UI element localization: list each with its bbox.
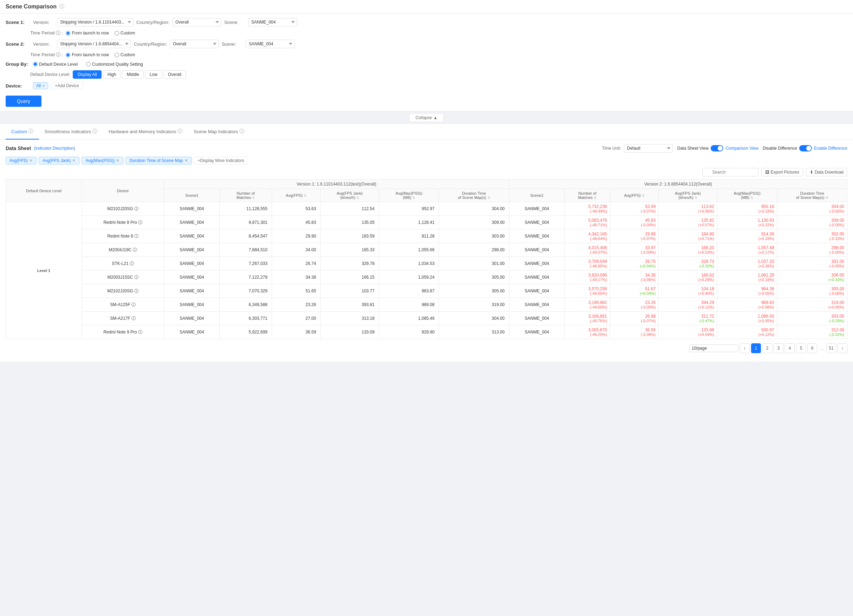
td-device: M2004J19C ⓘ (82, 243, 164, 257)
view-toggle[interactable] (711, 145, 723, 152)
page-2-btn[interactable]: 2 (762, 343, 772, 353)
level-overall-btn[interactable]: Overall (164, 70, 186, 79)
per-page-select[interactable]: 10/page (689, 344, 738, 352)
add-device-btn[interactable]: +Add Device (51, 82, 83, 89)
td-matches2: 3,166,861(-49.76%) (565, 312, 610, 325)
device-row: Device: All ✕ +Add Device (6, 82, 847, 89)
tab-custom-info[interactable]: ⓘ (29, 128, 33, 135)
col-device: Device (82, 179, 164, 202)
col-avg-max-pss2[interactable]: Avg(Max(PSS))(MB) ⇅ (717, 189, 777, 202)
page-4-btn[interactable]: 4 (785, 343, 795, 353)
scene1-scene-select[interactable]: SANME_004 (248, 18, 297, 26)
search-input[interactable] (702, 168, 759, 176)
td-avg-max-pss2: 1,061.29(+0.19%) (717, 270, 777, 284)
indicator-avg-max-pss-close[interactable]: ✕ (116, 158, 120, 163)
page-3-btn[interactable]: 3 (774, 343, 783, 353)
td-avg-fps-jank: 135.05 (320, 216, 379, 229)
td-avg-fps-jank: 165.33 (320, 243, 379, 257)
group-by-custom[interactable]: Customized Quality Setting (86, 62, 143, 67)
td-matches: 7,267,033 (220, 257, 272, 270)
scene1-version-select[interactable]: Shipping Version / 1.6.11014403... (57, 18, 134, 26)
export-pictures-btn[interactable]: 🖼 Export Pictures (761, 168, 803, 176)
col-avg-fps[interactable]: Avg(FPS) ⇅ (272, 189, 320, 202)
col-avg-fps2[interactable]: Avg(FPS) ⇅ (610, 189, 659, 202)
col-matches2[interactable]: Number ofMatches ⇅ (565, 189, 610, 202)
diff-toggle[interactable] (799, 145, 812, 152)
scene1-country-select[interactable]: Overall (172, 18, 222, 26)
scene2-country-label: Country/Region: (134, 41, 167, 47)
td-scene1: SANME_004 (164, 312, 220, 325)
scene2-radio-custom[interactable]: Custom (115, 52, 135, 57)
td-avg-fps-jank: 393.81 (320, 298, 379, 312)
page-prev-btn[interactable]: ‹ (740, 343, 750, 353)
scene2-version-select[interactable]: Shipping Version / 1.6.8854404... (57, 40, 131, 48)
table-row: SM-A217F ⓘSANME_0046,303,77127.00313.181… (6, 312, 847, 325)
pagination: 10/page ‹ 1 2 3 4 5 6 ... 51 › (6, 339, 847, 357)
td-avg-max-pss: 1,085.46 (379, 312, 439, 325)
config-panel: Scene 1: Version: Shipping Version / 1.6… (0, 14, 853, 111)
col-avg-fps-jank2[interactable]: Avg(FPS Jank)(times/h) ⇅ (659, 189, 717, 202)
indicator-avg-fps-close[interactable]: ✕ (29, 158, 33, 163)
td-scene2: SANME_004 (509, 312, 565, 325)
level-low-btn[interactable]: Low (145, 70, 162, 79)
td-device: SM-A217F ⓘ (82, 312, 164, 325)
tag-close-icon[interactable]: ✕ (42, 84, 45, 88)
page-51-btn[interactable]: 51 (826, 343, 836, 353)
level-middle-btn[interactable]: Middle (122, 70, 143, 79)
td-matches: 7,884,510 (220, 243, 272, 257)
page-1-btn[interactable]: 1 (751, 343, 761, 353)
query-button[interactable]: Query (6, 96, 41, 107)
enable-diff-label: Enable Difference (814, 146, 847, 151)
indicator-duration-close[interactable]: ✕ (185, 158, 188, 163)
tab-scene-map-info[interactable]: ⓘ (239, 128, 244, 135)
scene1-version-label: Version: (33, 20, 54, 25)
page-6-btn[interactable]: 6 (807, 343, 817, 353)
scene2-row: Scene 2: Version: Shipping Version / 1.6… (6, 40, 847, 48)
tab-hardware[interactable]: Hardware and Memory Indicators ⓘ (103, 124, 188, 140)
page-5-btn[interactable]: 5 (796, 343, 806, 353)
col-matches[interactable]: Number ofMatches ⇅ (220, 189, 272, 202)
td-avg-fps: 27.00 (272, 312, 320, 325)
td-avg-fps-jank: 183.59 (320, 229, 379, 243)
tab-scene-map[interactable]: Scene Map Indicators ⓘ (188, 124, 250, 140)
scene1-radio-launch[interactable]: From launch to now (66, 30, 109, 35)
td-matches2: 4,015,406(-49.07%) (565, 243, 610, 257)
scene1-radio-custom[interactable]: Custom (115, 30, 135, 35)
col-duration2[interactable]: Duration Timeof Scene Map(s) ⇅ (777, 189, 847, 202)
td-scene2: SANME_004 (509, 298, 565, 312)
td-scene1: SANME_004 (164, 298, 220, 312)
time-unit-select[interactable]: Default (624, 144, 673, 153)
td-matches2: 4,342,165(-48.64%) (565, 229, 610, 243)
scene2-country-select[interactable]: Overall (170, 40, 219, 48)
col-duration[interactable]: Duration Timeof Scene Map(s) ⇅ (439, 189, 509, 202)
td-scene2: SANME_004 (509, 202, 565, 216)
td-avg-fps-jank2: 311.72(-0.47%) (659, 312, 717, 325)
col-avg-fps-jank[interactable]: Avg(FPS Jank)(times/h) ⇅ (320, 189, 379, 202)
level-high-btn[interactable]: High (103, 70, 121, 79)
disable-diff-label: Disable Difference (763, 146, 797, 151)
tab-smoothness-info[interactable]: ⓘ (93, 128, 97, 135)
indicator-desc-link[interactable]: (Indicator Description) (34, 146, 75, 151)
indicator-avg-fps-jank-close[interactable]: ✕ (72, 158, 76, 163)
td-avg-fps: 26.74 (272, 257, 320, 270)
scene2-scene-select[interactable]: SANME_004 (246, 40, 295, 48)
level-display-all-btn[interactable]: Display All (73, 70, 101, 79)
collapse-btn[interactable]: Collapse ▲ (410, 114, 443, 122)
col-avg-max-pss[interactable]: Avg(Max(PSS))(MB) ⇅ (379, 189, 439, 202)
td-duration2: 309.00(-0.00%) (777, 216, 847, 229)
add-more-indicators-btn[interactable]: +Display More Indicators (194, 157, 248, 164)
table-row: SM-A125F ⓘSANME_0046,349,58823.26393.819… (6, 298, 847, 312)
table-row: Redmi Note 8 ⓘSANME_0048,454,54729.90183… (6, 229, 847, 243)
device-label: Device: (6, 83, 30, 88)
tab-hardware-info[interactable]: ⓘ (178, 128, 182, 135)
data-download-btn[interactable]: ⬇ Data Download (806, 168, 847, 176)
tab-smoothness[interactable]: Smoothness Indicators ⓘ (39, 124, 103, 140)
scene2-radio-launch[interactable]: From launch to now (66, 52, 109, 57)
title-group: Data Sheet (Indicator Description) (6, 146, 75, 151)
scene1-time-label: Time Period ⓘ : (30, 30, 63, 36)
group-by-default[interactable]: Default Device Level (33, 62, 78, 67)
page-next-btn[interactable]: › (838, 343, 847, 353)
info-icon[interactable]: ⓘ (59, 3, 64, 10)
td-avg-fps2: 34.36(-0.06%) (610, 270, 659, 284)
tab-custom[interactable]: Custom ⓘ (6, 124, 39, 140)
